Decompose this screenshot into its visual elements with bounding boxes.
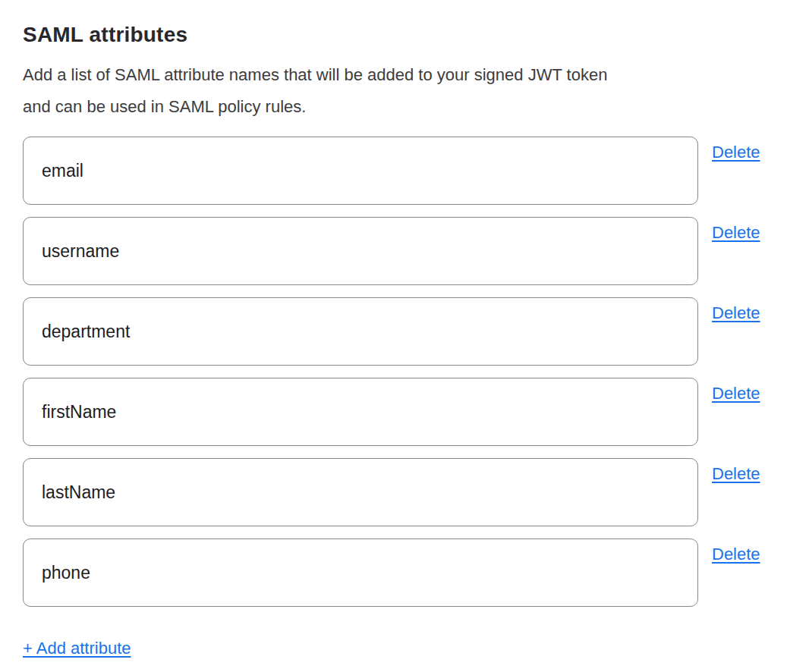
attribute-row: Delete — [23, 137, 786, 205]
attribute-row: Delete — [23, 458, 786, 526]
add-attribute-link[interactable]: + Add attribute — [23, 637, 131, 660]
delete-attribute-link[interactable]: Delete — [712, 222, 760, 243]
attribute-input-lastname[interactable] — [23, 458, 698, 526]
attribute-input-phone[interactable] — [23, 539, 698, 607]
section-title: SAML attributes — [23, 21, 786, 49]
saml-attributes-section: SAML attributes Add a list of SAML attri… — [0, 0, 809, 672]
attribute-input-department[interactable] — [23, 297, 698, 366]
delete-attribute-link[interactable]: Delete — [712, 142, 760, 163]
attribute-input-firstname[interactable] — [23, 378, 698, 446]
delete-attribute-link[interactable]: Delete — [712, 303, 760, 324]
attribute-row: Delete — [23, 297, 786, 366]
attribute-row: Delete — [23, 378, 786, 446]
attribute-input-email[interactable] — [23, 137, 698, 205]
attribute-row: Delete — [23, 539, 786, 607]
section-description: Add a list of SAML attribute names that … — [23, 59, 786, 123]
delete-attribute-link[interactable]: Delete — [712, 383, 760, 404]
delete-attribute-link[interactable]: Delete — [712, 544, 760, 565]
delete-attribute-link[interactable]: Delete — [712, 463, 760, 485]
attribute-row: Delete — [23, 217, 786, 285]
attribute-input-username[interactable] — [23, 217, 698, 285]
